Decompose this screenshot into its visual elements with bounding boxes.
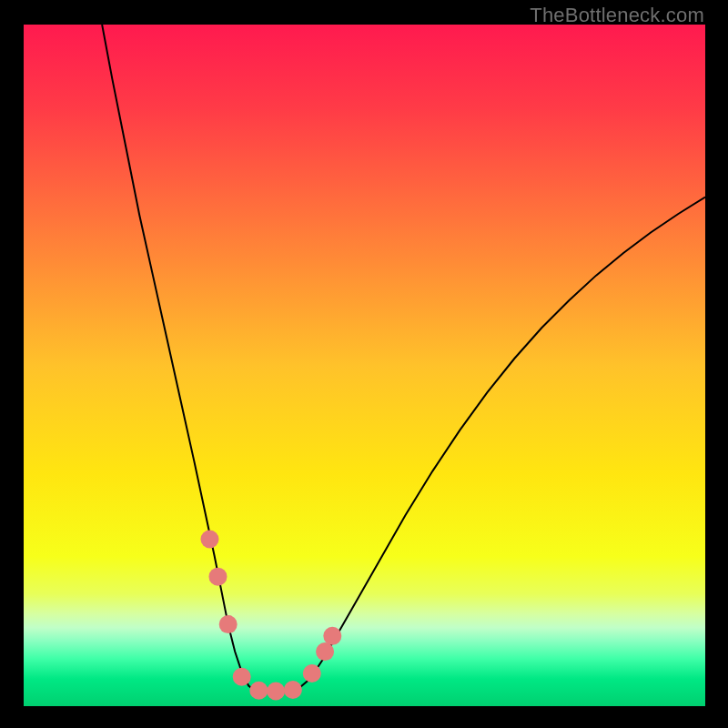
marker-salmon-dots-7 bbox=[303, 664, 321, 682]
marker-salmon-dots-0 bbox=[200, 530, 218, 548]
marker-salmon-dots-5 bbox=[267, 682, 285, 701]
plot-area bbox=[24, 25, 705, 706]
marker-salmon-dots-1 bbox=[208, 568, 227, 586]
marker-salmon-dots-8 bbox=[316, 642, 334, 661]
watermark-text: TheBottleneck.com bbox=[530, 4, 704, 27]
curve-bottleneck-curve bbox=[102, 25, 705, 693]
marker-salmon-dots-3 bbox=[233, 668, 251, 686]
marker-salmon-dots-6 bbox=[284, 681, 302, 699]
markers-group bbox=[200, 530, 341, 700]
series-group bbox=[102, 25, 705, 693]
marker-salmon-dots-2 bbox=[219, 615, 238, 633]
chart-svg bbox=[24, 25, 705, 706]
marker-salmon-dots-4 bbox=[249, 682, 268, 700]
marker-salmon-dots-9 bbox=[323, 627, 341, 645]
chart-frame: TheBottleneck.com bbox=[0, 0, 728, 728]
